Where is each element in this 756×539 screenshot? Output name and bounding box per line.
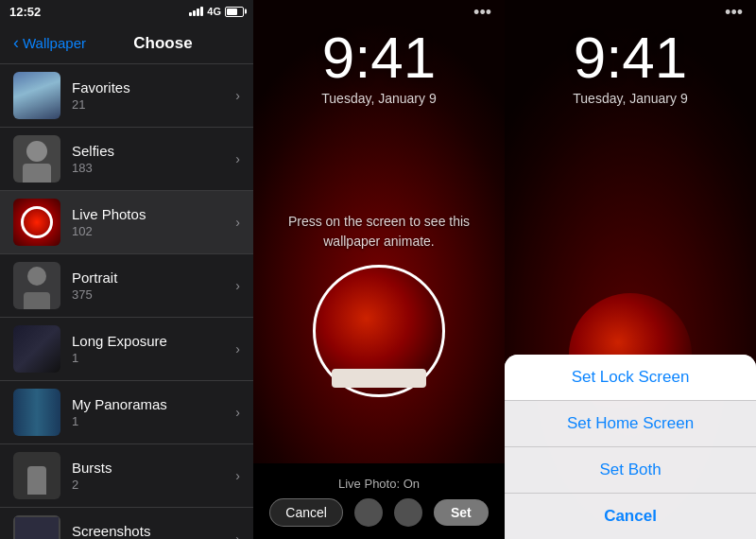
album-item-selfies[interactable]: Selfies 183 › [0, 128, 253, 191]
album-info-live: Live Photos 102 [72, 206, 235, 238]
album-count: 1 [72, 414, 235, 428]
status-icons: 4G [189, 6, 244, 17]
album-count: 1 [72, 351, 235, 365]
wallpaper-image [303, 274, 455, 388]
album-thumb-panoramas [13, 389, 60, 436]
lock-date-display: Tuesday, January 9 [253, 91, 505, 106]
set-button[interactable]: Set [434, 499, 489, 526]
page-title: Choose [86, 34, 240, 53]
network-icon: 4G [207, 6, 221, 17]
lock-screen-time-right: 9:41 Tuesday, January 9 [505, 28, 756, 106]
more-icon: ••• [473, 3, 491, 23]
album-item-portrait[interactable]: Portrait 375 › [0, 254, 253, 318]
album-info-screenshots: Screenshots 95 [72, 523, 235, 539]
option-dot-1[interactable] [354, 498, 383, 527]
option-dot-2[interactable] [394, 498, 422, 527]
album-info-favorites: Favorites 21 [72, 79, 235, 112]
album-thumb-longexp [13, 325, 60, 373]
chevron-right-icon: › [235, 468, 240, 483]
right-status-bar: ••• [505, 0, 756, 25]
nav-header: ‹ Wallpaper Choose [0, 23, 253, 64]
album-thumb-bursts [13, 452, 60, 499]
album-info-selfies: Selfies 183 [72, 143, 235, 175]
album-count: 2 [72, 478, 235, 492]
action-sheet: Set Lock Screen Set Home Screen Set Both… [505, 355, 756, 539]
press-hint-text: Press on the screen to see this wallpape… [284, 212, 473, 252]
album-item-bursts[interactable]: Bursts 2 › [0, 444, 253, 508]
set-both-label: Set Both [599, 461, 661, 478]
album-thumb-live [13, 199, 60, 246]
album-item-favorites[interactable]: Favorites 21 › [0, 64, 253, 128]
album-count: 375 [72, 287, 235, 302]
action-set-home-screen[interactable]: Set Home Screen [505, 400, 756, 446]
album-name: Portrait [72, 270, 235, 286]
action-set-both[interactable]: Set Both [505, 446, 756, 493]
chevron-right-icon: › [235, 278, 240, 293]
bowl-base [332, 369, 426, 388]
action-cancel[interactable]: Cancel [505, 493, 756, 539]
album-item-screenshots[interactable]: Screenshots 95 › [0, 508, 253, 539]
left-panel: 12:52 4G ‹ Wallpaper Choose [0, 0, 253, 539]
signal-bars-icon [189, 7, 203, 16]
album-name: Long Exposure [72, 333, 235, 349]
album-count: 102 [72, 224, 235, 238]
chevron-left-icon: ‹ [13, 33, 19, 53]
album-item-long-exposure[interactable]: Long Exposure 1 › [0, 318, 253, 381]
right-panel: ••• 9:41 Tuesday, January 9 Set Lock Scr… [505, 0, 756, 539]
album-name: Bursts [72, 460, 235, 476]
back-button[interactable]: ‹ Wallpaper [13, 34, 86, 53]
action-set-lock-screen[interactable]: Set Lock Screen [505, 355, 756, 400]
album-info-longexp: Long Exposure 1 [72, 333, 235, 365]
album-name: Screenshots [72, 523, 235, 539]
battery-icon [225, 7, 244, 17]
status-bar: 12:52 4G [0, 0, 253, 23]
chevron-right-icon: › [235, 151, 240, 166]
status-time: 12:52 [9, 5, 41, 19]
set-lock-screen-label: Set Lock Screen [572, 368, 690, 386]
chevron-right-icon: › [235, 88, 240, 103]
middle-panel: ••• 9:41 Tuesday, January 9 Press on the… [253, 0, 505, 539]
album-item-panoramas[interactable]: My Panoramas 1 › [0, 381, 253, 444]
album-thumb-screenshots [13, 515, 60, 539]
album-name: My Panoramas [72, 396, 235, 412]
album-item-live-photos[interactable]: Live Photos 102 › [0, 191, 253, 254]
album-name: Favorites [72, 79, 235, 96]
album-info-bursts: Bursts 2 [72, 460, 235, 492]
lock-time-display: 9:41 [253, 28, 505, 87]
album-name: Live Photos [72, 206, 235, 222]
album-name: Selfies [72, 143, 235, 159]
more-icon-right: ••• [725, 3, 743, 23]
action-sheet-main: Set Lock Screen Set Home Screen Set Both… [505, 355, 756, 539]
mid-bottom-bar: Live Photo: On Cancel Set [253, 463, 505, 539]
album-thumb-portrait [13, 262, 60, 309]
back-label: Wallpaper [23, 35, 86, 51]
cancel-button[interactable]: Cancel [269, 498, 343, 527]
album-thumb-selfies [13, 135, 60, 183]
live-photo-status: Live Photo: On [338, 477, 420, 491]
lock-screen-time: 9:41 Tuesday, January 9 [253, 28, 505, 106]
set-home-screen-label: Set Home Screen [567, 414, 694, 432]
chevron-right-icon: › [235, 405, 240, 420]
chevron-right-icon: › [235, 215, 240, 230]
album-thumb-favorites [13, 72, 60, 119]
cancel-label: Cancel [604, 507, 657, 525]
chevron-right-icon: › [235, 341, 240, 356]
bottom-buttons: Cancel Set [269, 498, 488, 527]
album-info-portrait: Portrait 375 [72, 270, 235, 302]
album-count: 183 [72, 161, 235, 175]
mid-status-bar: ••• [253, 0, 505, 25]
chevron-right-icon: › [235, 531, 240, 539]
album-count: 21 [72, 97, 235, 112]
wallpaper-preview-mid[interactable]: ••• 9:41 Tuesday, January 9 Press on the… [253, 0, 505, 463]
album-list: Favorites 21 › Selfies 183 › [0, 64, 253, 539]
lock-date-display-right: Tuesday, January 9 [505, 91, 756, 106]
album-info-panoramas: My Panoramas 1 [72, 396, 235, 428]
lock-time-display-right: 9:41 [505, 28, 756, 87]
